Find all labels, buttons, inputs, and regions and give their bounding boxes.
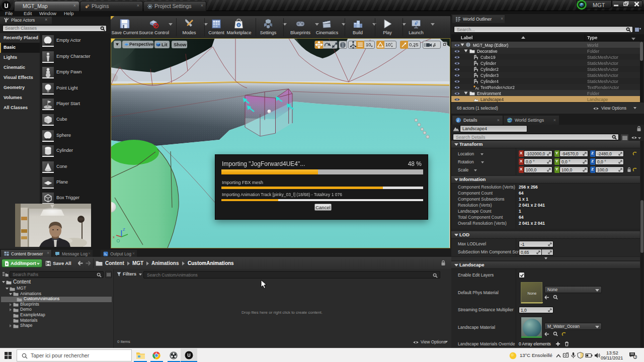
svg-text:Aa: Aa — [475, 85, 479, 90]
svg-text:x: x — [113, 235, 115, 239]
svg-text:2: 2 — [634, 355, 636, 359]
svg-text:Z: Z — [123, 227, 125, 232]
